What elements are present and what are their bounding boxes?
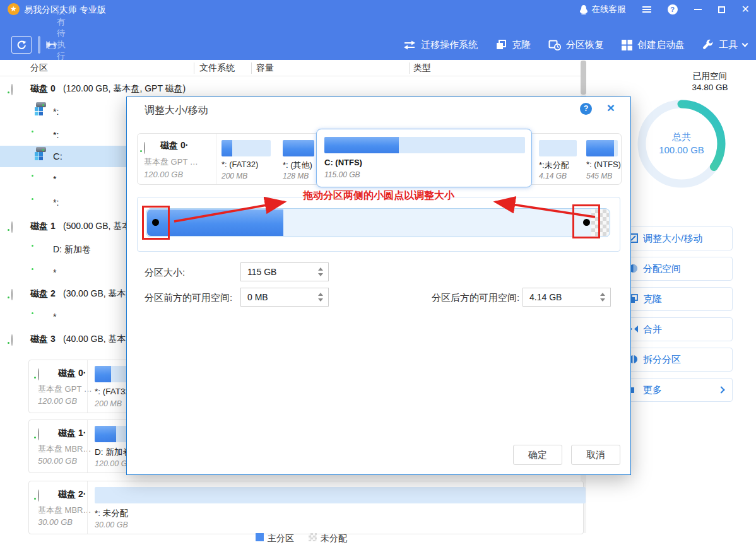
partition-bar-size: 200 MB [95, 399, 122, 408]
column-type: 类型 [413, 62, 431, 74]
used-space-value: 34.80 GB [680, 82, 740, 93]
minimize-button[interactable] [694, 9, 702, 10]
side-action-allocate-space[interactable]: 分配空间 [623, 257, 733, 281]
right-handle-highlight-box [572, 204, 600, 238]
unallocated-bar[interactable] [95, 487, 586, 503]
disk3-name: 磁盘 3 [30, 334, 56, 345]
donut-center-label: 总共 100.00 GB [653, 130, 710, 156]
disk-icon [11, 221, 13, 233]
maximize-icon [718, 6, 725, 13]
clone-button[interactable]: 克隆 [495, 39, 531, 51]
side-action-label: 合并 [643, 324, 662, 336]
partition-label-d: D: 新加卷 [53, 244, 91, 255]
maximize-button[interactable] [718, 6, 725, 13]
side-action-label: 更多 [643, 384, 662, 396]
side-action-split-partition[interactable]: 拆分分区 [623, 348, 733, 372]
partition-size-label: 分区大小: [145, 267, 185, 279]
disk-icon [144, 142, 145, 154]
space-before-label: 分区前方的可用空间: [145, 292, 232, 304]
strip-partition-label: *: (其他) [283, 160, 312, 171]
create-boot-disk-label: 创建启动盘 [637, 39, 685, 51]
spinner-up-icon[interactable] [318, 293, 323, 296]
space-after-value: 4.14 GB [529, 292, 562, 302]
disk-icon [11, 334, 13, 346]
tools-button[interactable]: 工具 [702, 39, 747, 51]
column-filesystem: 文件系统 [199, 62, 235, 74]
close-button[interactable]: ✕ [741, 4, 750, 15]
scrollbar-thumb[interactable] [581, 61, 586, 95]
customer-service-label: 在线客服 [592, 4, 626, 15]
side-action-more[interactable]: 更多 [623, 378, 733, 402]
strip-partition-other[interactable]: *: (其他) 128 MB [279, 134, 318, 184]
strip-disk-type: 基本盘 GPT … [144, 156, 198, 168]
migrate-os-button[interactable]: 迁移操作系统 [403, 39, 478, 51]
strip-partition-fat32[interactable]: *: (FAT32) 200 MB [218, 134, 277, 184]
used-space-label: 已用空间 34.80 GB [680, 71, 740, 93]
space-before-value: 0 MB [247, 292, 268, 302]
minimize-icon [694, 9, 702, 10]
legend-unallocated-swatch [309, 533, 317, 541]
side-action-resize-move[interactable]: 调整大小/移动 [623, 226, 733, 250]
clone-icon [495, 39, 507, 50]
tools-wrench-icon [702, 39, 714, 50]
clone-label: 克隆 [512, 39, 531, 51]
menu-list-button[interactable] [642, 6, 651, 13]
execute-operations-button[interactable]: 没有待执行操作 [38, 37, 73, 53]
help-icon: ? [668, 4, 678, 15]
help-button[interactable]: ? [668, 4, 678, 15]
chevron-right-icon [718, 386, 724, 393]
legend: 主分区 未分配 [0, 533, 756, 547]
disk3-details: (40.00 GB, 基本盘 [63, 334, 135, 345]
spinner-down-icon[interactable] [318, 273, 323, 276]
strip-partition-ntfs-small[interactable]: *: (NTFS) 545 MB [582, 134, 622, 184]
create-boot-disk-icon [622, 40, 632, 50]
spinner-up-icon[interactable] [600, 293, 605, 296]
dialog-close-button[interactable]: × [603, 100, 618, 115]
space-before-input[interactable]: 0 MB [240, 288, 329, 307]
refresh-button[interactable] [11, 36, 32, 54]
migrate-os-icon [403, 40, 416, 50]
partition-recovery-button[interactable]: 分区恢复 [548, 39, 604, 51]
column-partition: 分区 [30, 62, 48, 74]
strip-disk-info: 磁盘 0· 基本盘 GPT … 120.00 GB [138, 134, 216, 184]
strip-disk-name: 磁盘 0· [160, 140, 188, 151]
disk-card-type: 基本盘 MBR… [38, 505, 92, 516]
partition-size-input[interactable]: 115 GB [240, 262, 329, 281]
disk1-name: 磁盘 1 [30, 221, 56, 232]
tree-row-disk0[interactable]: 磁盘 0 (120.00 GB, 基本盘, GPT 磁盘) [0, 79, 581, 98]
side-action-label: 分配空间 [643, 263, 681, 275]
strip-partition-unallocated[interactable]: *:未分配 4.14 GB [535, 134, 581, 184]
disk-card-size: 500.00 GB [38, 456, 77, 466]
strip-partition-size: 4.14 GB [539, 172, 567, 180]
disk-icon [11, 84, 13, 95]
dialog-title: 调整大小/移动 [145, 104, 208, 117]
ok-button[interactable]: 确定 [513, 445, 562, 465]
title-bar: ★ 易我分区大师 专业版 在线客服 ? ✕ [0, 0, 756, 19]
disk-card-2[interactable]: 磁盘 2· 基本盘 MBR… 30.00 GB *: 未分配 30.00 GB [28, 481, 584, 534]
strip-partition-c-selected[interactable]: C: (NTFS) 115.00 GB [316, 129, 532, 187]
disk-card-name: 磁盘 0· [58, 368, 86, 379]
partition-label: * [53, 267, 56, 278]
spinner-down-icon[interactable] [318, 298, 323, 302]
side-action-clone[interactable]: 克隆 [623, 287, 733, 311]
dialog-help-button[interactable]: ? [580, 103, 592, 115]
create-boot-disk-button[interactable]: 创建启动盘 [622, 39, 685, 51]
disk-card-type: 基本盘 MBR… [38, 443, 92, 455]
customer-service-button[interactable]: 在线客服 [579, 4, 626, 15]
used-space-title: 已用空间 [680, 71, 740, 82]
side-action-label: 调整大小/移动 [643, 233, 702, 245]
spinner-down-icon[interactable] [600, 298, 605, 302]
spinner-up-icon[interactable] [318, 267, 323, 271]
space-after-input[interactable]: 4.14 GB [523, 288, 611, 307]
partition-label: *: [53, 107, 59, 117]
strip-partition-label: *:未分配 [539, 160, 569, 171]
space-after-label: 分区后方的可用空间: [432, 292, 519, 304]
partition-recovery-icon [548, 39, 561, 50]
disk-card-type: 基本盘 GPT … [38, 384, 92, 395]
side-action-merge[interactable]: 合并 [623, 317, 733, 341]
left-handle-highlight-box [142, 206, 170, 240]
disk-card-name: 磁盘 2· [58, 489, 86, 500]
partition-bar-label: *: 未分配 [95, 508, 128, 519]
cancel-button[interactable]: 取消 [571, 445, 620, 465]
strip-partition-size: 200 MB [221, 172, 247, 180]
